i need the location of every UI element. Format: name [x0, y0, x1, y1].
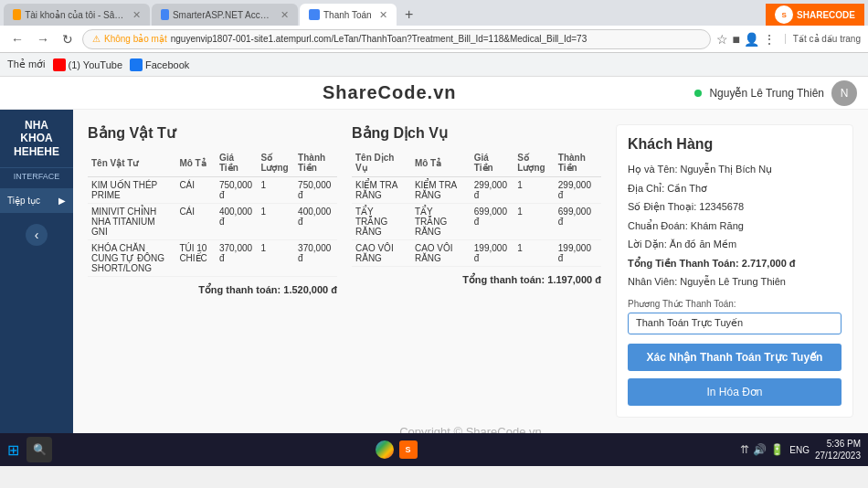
star-button[interactable]: ☆ [716, 32, 728, 47]
vt-ten: KIM UỐN THÉP PRIME [88, 177, 175, 204]
col-thanh-tien-vt: Thành Tiền [294, 149, 337, 177]
tab-favicon-2 [161, 9, 169, 20]
vat-tu-total-value: 1.520,000 đ [283, 284, 337, 295]
dv-gia-tien: 699,000 đ [471, 204, 513, 240]
taskbar-app2[interactable]: S [399, 440, 418, 459]
logo-text: SHARECODE [797, 10, 855, 20]
back-button[interactable]: ← [7, 30, 27, 48]
col-thanh-tien-dv: Thành Tiền [555, 149, 601, 177]
extensions-button[interactable]: ■ [732, 32, 739, 47]
site-title: ShareCode.vn [323, 82, 456, 103]
dv-gia-tien: 299,000 đ [471, 177, 513, 204]
col-so-luong-dv: Số Lượng [513, 149, 555, 177]
dv-ten: CAO VÔI RĂNG [352, 240, 411, 267]
sidebar-logo: NHA KHOA HEHEHE [0, 110, 73, 168]
dich-vu-table: Tên Dịch Vụ Mô Tả Giá Tiền Số Lượng Thàn… [352, 149, 601, 267]
taskbar-right: ⇈ 🔊 🔋 ENG 5:36 PM 27/12/2023 [740, 438, 861, 461]
bookmark-new-label: Thẻ mới [7, 58, 46, 70]
user-name-display: Nguyễn Lê Trung Thiên [709, 87, 824, 100]
tab-label-2: SmarterASP.NET Account Cent... [173, 10, 273, 20]
tab-close-2[interactable]: ✕ [281, 9, 289, 21]
dv-mo-ta: TẨY TRẮNG RĂNG [411, 204, 471, 240]
bookmark-all-text: Tất cả dấu trang [785, 34, 861, 44]
tab-2[interactable]: SmarterASP.NET Account Cent... ✕ [152, 4, 298, 26]
sidebar-toggle[interactable]: ‹ [26, 224, 48, 246]
avatar[interactable]: N [831, 80, 857, 106]
pttt-label: Phương Thức Thanh Toán: [628, 299, 842, 309]
main-content: Bảng Vật Tư Tên Vật Tư Mô Tả Giá Tiền Số… [73, 110, 868, 433]
settings-button[interactable]: ⋮ [763, 32, 776, 47]
taskbar-search[interactable]: 🔍 [26, 437, 52, 462]
confirm-payment-button[interactable]: Xác Nhận Thanh Toán Trực Tuyến [628, 344, 842, 371]
language-indicator: ENG [789, 445, 810, 455]
table-row: KHÓA CHĂN CUNG TỰ ĐÔNG SHORT/LONG TÚI 10… [88, 240, 337, 277]
tab-close-1[interactable]: ✕ [132, 9, 141, 21]
bookmarks-bar: Thẻ mới (1) YouTube Facebook [0, 53, 868, 77]
online-indicator [694, 90, 702, 97]
dv-thanh-tien: 299,000 đ [555, 177, 601, 204]
so-dt-label: Số Điện Thoại: [628, 201, 696, 212]
vt-mo-ta: TÚI 10 CHIẾC [175, 240, 216, 277]
tong-tien-value: 2.717,000 đ [742, 258, 796, 269]
dich-vu-title: Bảng Dịch Vụ [352, 124, 601, 142]
volume-icon: 🔊 [753, 443, 767, 456]
dv-so-luong: 1 [513, 204, 555, 240]
chuan-doan-row: Chuẩn Đoán: Khám Răng [628, 218, 842, 234]
tab-label-1: Tài khoản của tôi - Sân giao di... [25, 10, 125, 20]
footer-watermark: Copyright © ShareCode.vn [88, 425, 853, 434]
logo-line1: NHA KHOA [7, 119, 66, 145]
system-tray-icons: ⇈ 🔊 🔋 [740, 443, 784, 456]
logo-line2: HEHEHE [7, 145, 66, 158]
payment-method-input[interactable] [628, 313, 842, 334]
taskbar-chrome[interactable] [376, 440, 394, 459]
forward-button[interactable]: → [33, 30, 53, 48]
tab-favicon-1 [13, 9, 21, 20]
vat-tu-total-label: Tổng thanh toán: [198, 284, 281, 295]
vt-gia-tien: 750,000 đ [216, 177, 257, 204]
bookmark-facebook-label: Facebook [145, 59, 189, 70]
dich-vu-total-value: 1.197,000 đ [547, 274, 601, 285]
breadcrumb: INTERFACE [6, 168, 68, 185]
new-tab-button[interactable]: + [398, 4, 420, 26]
col-so-luong-vt: Số Lượng [257, 149, 294, 177]
table-row: KIỂM TRA RĂNG KIỂM TRA RĂNG 299,000 đ 1 … [352, 177, 601, 204]
tab-1[interactable]: Tài khoản của tôi - Sân giao di... ✕ [4, 4, 150, 26]
table-row: CAO VÔI RĂNG CAO VÔI RĂNG 199,000 đ 1 19… [352, 240, 601, 267]
network-icon: ⇈ [740, 443, 749, 456]
vt-ten: MINIVIT CHỈNH NHA TITANIUM GNI [88, 204, 175, 240]
print-invoice-button[interactable]: In Hóa Đơn [628, 378, 842, 406]
tab-3[interactable]: Thanh Toán ✕ [300, 4, 397, 26]
profile-button[interactable]: 👤 [744, 32, 759, 47]
ho-ten-label: Họ và Tên: [628, 164, 678, 175]
chevron-right-icon: ▶ [58, 196, 66, 206]
vt-so-luong: 1 [257, 177, 294, 204]
address-bar[interactable]: ⚠ Không bảo mật nguyenvip1807-001-site1.… [82, 29, 711, 49]
bookmark-facebook[interactable]: Facebook [130, 58, 189, 71]
dv-mo-ta: CAO VÔI RĂNG [411, 240, 471, 267]
dich-vu-total-label: Tổng thanh toán: [462, 274, 545, 285]
nhan-vien-value: Nguyễn Lê Trung Thiên [680, 276, 786, 287]
windows-icon[interactable]: ⊞ [7, 441, 19, 459]
col-gia-tien-dv: Giá Tiền [471, 149, 513, 177]
sharecode-logo[interactable]: S SHARECODE [766, 4, 864, 26]
vat-tu-total: Tổng thanh toán: 1.520,000 đ [88, 284, 337, 296]
tong-tien-row: Tổng Tiền Thanh Toán: 2.717,000 đ [628, 256, 842, 271]
bookmark-youtube[interactable]: (1) YouTube [53, 58, 123, 71]
not-secure-text: Không bảo mật [104, 34, 167, 44]
chuan-doan-value: Khám Răng [691, 220, 744, 231]
app-wrapper: ShareCode.vn Nguyễn Lê Trung Thiên N NHA… [0, 77, 868, 433]
sidebar-item-tiep-tuc[interactable]: Tiệp tục ▶ [0, 188, 73, 213]
dia-chi-label: Địa Chỉ: [628, 183, 664, 194]
reload-button[interactable]: ↻ [58, 30, 77, 48]
security-icon: ⚠ [92, 34, 101, 44]
dia-chi-value: Cần Thơ [667, 183, 707, 194]
col-mo-ta-dv: Mô Tả [411, 149, 471, 177]
vat-tu-section: Bảng Vật Tư Tên Vật Tư Mô Tả Giá Tiền Số… [88, 124, 337, 418]
vt-mo-ta: CÁI [175, 177, 216, 204]
avatar-initial: N [841, 87, 849, 100]
dv-thanh-tien: 199,000 đ [555, 240, 601, 267]
tab-close-3[interactable]: ✕ [379, 9, 387, 21]
copyright-text: Copyright © ShareCode.vn [399, 425, 542, 434]
bookmark-new[interactable]: Thẻ mới [7, 58, 46, 70]
dia-chi-row: Địa Chỉ: Cần Thơ [628, 181, 842, 196]
